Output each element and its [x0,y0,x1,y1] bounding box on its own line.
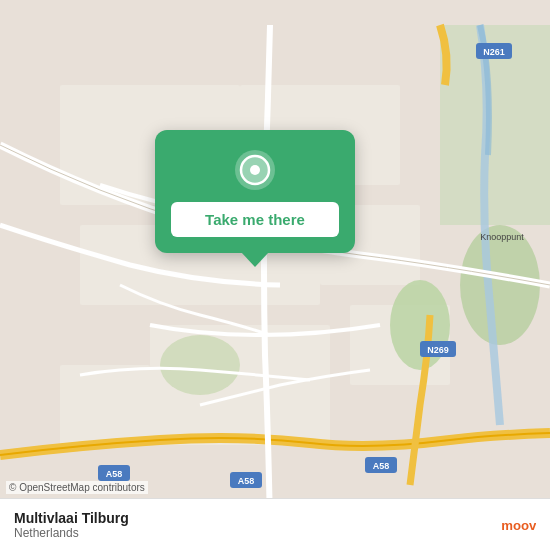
take-me-there-button[interactable]: Take me there [171,202,339,237]
moovit-logo: moovit [500,507,536,543]
bottom-bar: Multivlaai Tilburg Netherlands moovit [0,498,550,550]
location-name: Multivlaai Tilburg [14,510,129,526]
location-pin-icon [233,148,277,192]
svg-text:A58: A58 [238,476,255,486]
svg-text:A58: A58 [106,469,123,479]
svg-rect-7 [60,365,150,445]
svg-point-12 [460,225,540,345]
svg-text:N261: N261 [483,47,505,57]
svg-text:Knooppunt: Knooppunt [480,232,524,242]
svg-point-9 [160,335,240,395]
map-background: A58 A58 A58 N261 N269 [0,0,550,550]
moovit-icon: moovit [500,507,536,543]
svg-text:moovit: moovit [501,517,536,532]
svg-point-26 [250,165,260,175]
location-info: Multivlaai Tilburg Netherlands [14,510,129,540]
popup-card: Take me there [155,130,355,253]
copyright-text: © OpenStreetMap contributors [6,481,148,494]
svg-text:A58: A58 [373,461,390,471]
map-container: A58 A58 A58 N261 N269 [0,0,550,550]
location-country: Netherlands [14,526,129,540]
svg-text:N269: N269 [427,345,449,355]
map-svg: A58 A58 A58 N261 N269 [0,0,550,550]
